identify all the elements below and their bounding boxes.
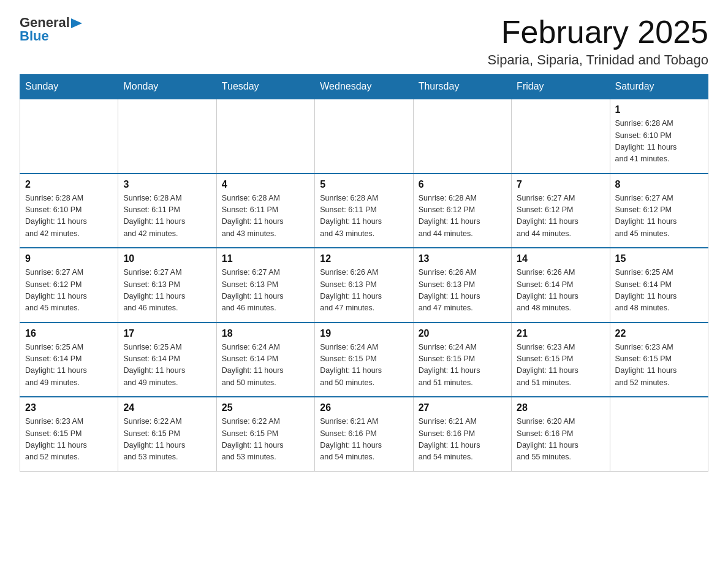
day-info: Sunrise: 6:23 AMSunset: 6:15 PMDaylight:… <box>25 416 113 464</box>
calendar-header-row: Sunday Monday Tuesday Wednesday Thursday… <box>20 75 708 99</box>
calendar-cell: 16Sunrise: 6:25 AMSunset: 6:14 PMDayligh… <box>20 323 118 397</box>
day-info: Sunrise: 6:26 AMSunset: 6:14 PMDaylight:… <box>517 267 604 315</box>
day-number: 26 <box>320 402 408 413</box>
day-info: Sunrise: 6:25 AMSunset: 6:14 PMDaylight:… <box>123 342 211 389</box>
calendar-cell <box>610 397 708 471</box>
day-number: 4 <box>222 179 309 190</box>
svg-marker-0 <box>71 18 82 28</box>
calendar-cell: 14Sunrise: 6:26 AMSunset: 6:14 PMDayligh… <box>512 248 610 323</box>
day-number: 11 <box>222 253 309 264</box>
day-info: Sunrise: 6:24 AMSunset: 6:15 PMDaylight:… <box>320 342 408 389</box>
col-monday: Monday <box>118 75 216 99</box>
calendar-table: Sunday Monday Tuesday Wednesday Thursday… <box>20 74 708 472</box>
col-wednesday: Wednesday <box>315 75 413 99</box>
day-number: 12 <box>320 253 408 264</box>
calendar-cell: 15Sunrise: 6:25 AMSunset: 6:14 PMDayligh… <box>610 248 708 323</box>
day-info: Sunrise: 6:22 AMSunset: 6:15 PMDaylight:… <box>123 416 211 464</box>
col-thursday: Thursday <box>413 75 511 99</box>
day-number: 21 <box>517 328 604 339</box>
calendar-cell <box>315 99 413 174</box>
day-number: 27 <box>419 402 506 413</box>
day-number: 15 <box>615 253 703 264</box>
day-info: Sunrise: 6:24 AMSunset: 6:15 PMDaylight:… <box>419 342 506 389</box>
day-number: 6 <box>419 179 506 190</box>
calendar-week-row: 23Sunrise: 6:23 AMSunset: 6:15 PMDayligh… <box>20 397 708 471</box>
calendar-cell: 10Sunrise: 6:27 AMSunset: 6:13 PMDayligh… <box>118 248 216 323</box>
day-info: Sunrise: 6:20 AMSunset: 6:16 PMDaylight:… <box>517 416 604 464</box>
day-number: 22 <box>615 328 703 339</box>
day-info: Sunrise: 6:28 AMSunset: 6:10 PMDaylight:… <box>615 118 703 166</box>
calendar-cell: 13Sunrise: 6:26 AMSunset: 6:13 PMDayligh… <box>413 248 511 323</box>
day-info: Sunrise: 6:26 AMSunset: 6:13 PMDaylight:… <box>320 267 408 315</box>
calendar-cell: 5Sunrise: 6:28 AMSunset: 6:11 PMDaylight… <box>315 174 413 248</box>
day-number: 7 <box>517 179 604 190</box>
day-info: Sunrise: 6:28 AMSunset: 6:11 PMDaylight:… <box>320 193 408 240</box>
calendar-cell: 22Sunrise: 6:23 AMSunset: 6:15 PMDayligh… <box>610 323 708 397</box>
day-info: Sunrise: 6:27 AMSunset: 6:12 PMDaylight:… <box>615 193 703 240</box>
calendar-cell: 6Sunrise: 6:28 AMSunset: 6:12 PMDaylight… <box>413 174 511 248</box>
calendar-cell: 24Sunrise: 6:22 AMSunset: 6:15 PMDayligh… <box>118 397 216 471</box>
day-number: 16 <box>25 328 113 339</box>
calendar-cell <box>413 99 511 174</box>
day-info: Sunrise: 6:24 AMSunset: 6:14 PMDaylight:… <box>222 342 309 389</box>
day-info: Sunrise: 6:22 AMSunset: 6:15 PMDaylight:… <box>222 416 309 464</box>
calendar-cell: 7Sunrise: 6:27 AMSunset: 6:12 PMDaylight… <box>512 174 610 248</box>
day-number: 1 <box>615 104 703 115</box>
calendar-cell: 17Sunrise: 6:25 AMSunset: 6:14 PMDayligh… <box>118 323 216 397</box>
day-number: 9 <box>25 253 113 264</box>
logo-arrow-icon <box>71 18 82 28</box>
calendar-cell: 19Sunrise: 6:24 AMSunset: 6:15 PMDayligh… <box>315 323 413 397</box>
calendar-week-row: 16Sunrise: 6:25 AMSunset: 6:14 PMDayligh… <box>20 323 708 397</box>
calendar-cell: 1Sunrise: 6:28 AMSunset: 6:10 PMDaylight… <box>610 99 708 174</box>
calendar-cell: 8Sunrise: 6:27 AMSunset: 6:12 PMDaylight… <box>610 174 708 248</box>
calendar-cell: 2Sunrise: 6:28 AMSunset: 6:10 PMDaylight… <box>20 174 118 248</box>
calendar-cell: 12Sunrise: 6:26 AMSunset: 6:13 PMDayligh… <box>315 248 413 323</box>
calendar-cell: 23Sunrise: 6:23 AMSunset: 6:15 PMDayligh… <box>20 397 118 471</box>
col-sunday: Sunday <box>20 75 118 99</box>
day-number: 19 <box>320 328 408 339</box>
day-number: 25 <box>222 402 309 413</box>
calendar-week-row: 2Sunrise: 6:28 AMSunset: 6:10 PMDaylight… <box>20 174 708 248</box>
day-info: Sunrise: 6:27 AMSunset: 6:13 PMDaylight:… <box>222 267 309 315</box>
calendar-cell <box>512 99 610 174</box>
day-number: 3 <box>123 179 211 190</box>
col-friday: Friday <box>512 75 610 99</box>
day-info: Sunrise: 6:27 AMSunset: 6:13 PMDaylight:… <box>123 267 211 315</box>
day-number: 13 <box>419 253 506 264</box>
calendar-cell: 11Sunrise: 6:27 AMSunset: 6:13 PMDayligh… <box>216 248 314 323</box>
day-info: Sunrise: 6:28 AMSunset: 6:11 PMDaylight:… <box>123 193 211 240</box>
title-section: February 2025 Siparia, Siparia, Trinidad… <box>488 15 708 68</box>
calendar-cell: 28Sunrise: 6:20 AMSunset: 6:16 PMDayligh… <box>512 397 610 471</box>
day-info: Sunrise: 6:23 AMSunset: 6:15 PMDaylight:… <box>615 342 703 389</box>
day-number: 10 <box>123 253 211 264</box>
day-number: 20 <box>419 328 506 339</box>
calendar-cell: 18Sunrise: 6:24 AMSunset: 6:14 PMDayligh… <box>216 323 314 397</box>
page-header: General Blue February 2025 Siparia, Sipa… <box>20 15 708 68</box>
day-number: 17 <box>123 328 211 339</box>
day-info: Sunrise: 6:25 AMSunset: 6:14 PMDaylight:… <box>25 342 113 389</box>
col-saturday: Saturday <box>610 75 708 99</box>
day-info: Sunrise: 6:25 AMSunset: 6:14 PMDaylight:… <box>615 267 703 315</box>
day-info: Sunrise: 6:27 AMSunset: 6:12 PMDaylight:… <box>25 267 113 315</box>
calendar-cell <box>20 99 118 174</box>
day-info: Sunrise: 6:23 AMSunset: 6:15 PMDaylight:… <box>517 342 604 389</box>
col-tuesday: Tuesday <box>216 75 314 99</box>
day-info: Sunrise: 6:28 AMSunset: 6:11 PMDaylight:… <box>222 193 309 240</box>
calendar-cell: 3Sunrise: 6:28 AMSunset: 6:11 PMDaylight… <box>118 174 216 248</box>
day-info: Sunrise: 6:21 AMSunset: 6:16 PMDaylight:… <box>419 416 506 464</box>
day-number: 5 <box>320 179 408 190</box>
calendar-week-row: 1Sunrise: 6:28 AMSunset: 6:10 PMDaylight… <box>20 99 708 174</box>
day-number: 24 <box>123 402 211 413</box>
day-number: 2 <box>25 179 113 190</box>
day-number: 8 <box>615 179 703 190</box>
month-title: February 2025 <box>488 15 708 50</box>
day-info: Sunrise: 6:28 AMSunset: 6:10 PMDaylight:… <box>25 193 113 240</box>
calendar-week-row: 9Sunrise: 6:27 AMSunset: 6:12 PMDaylight… <box>20 248 708 323</box>
location-subtitle: Siparia, Siparia, Trinidad and Tobago <box>488 52 708 68</box>
logo: General Blue <box>20 15 82 44</box>
logo-blue-text: Blue <box>20 28 49 44</box>
day-info: Sunrise: 6:28 AMSunset: 6:12 PMDaylight:… <box>419 193 506 240</box>
day-number: 14 <box>517 253 604 264</box>
day-number: 23 <box>25 402 113 413</box>
calendar-cell <box>216 99 314 174</box>
